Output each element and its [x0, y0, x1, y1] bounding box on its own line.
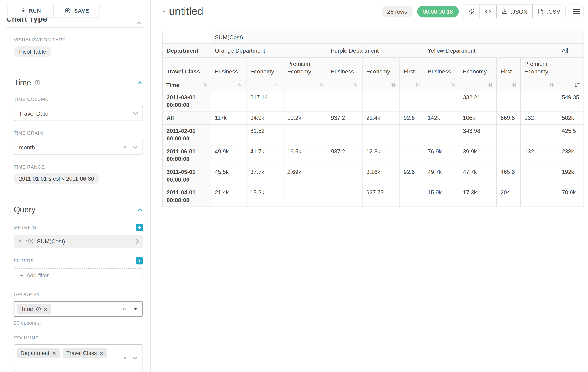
sort-icon[interactable]: [549, 83, 554, 87]
pivot-cell: 117k: [211, 112, 246, 125]
sort-icon[interactable]: [451, 83, 455, 87]
sort-icon[interactable]: [391, 83, 396, 87]
control-panel: RUN SAVE Chart Type VISUALIZATION TYPE P…: [0, 0, 151, 372]
pivot-cell: 937.2: [327, 145, 362, 166]
pivot-cell: [327, 186, 362, 207]
sort-icon[interactable]: [354, 83, 359, 87]
clear-icon[interactable]: ×: [123, 306, 126, 312]
pivot-cell: 192k: [558, 166, 583, 186]
pivot-cell: [362, 125, 400, 145]
clear-icon[interactable]: ×: [123, 144, 127, 150]
pivot-cell: [400, 91, 424, 112]
selected-option-pill[interactable]: Travel Class×: [63, 348, 107, 358]
columns-pills: Department×Travel Class×: [17, 348, 107, 358]
chevron-right-icon: [136, 239, 139, 244]
sort-icon[interactable]: [202, 83, 207, 87]
pivot-cell: 927.77: [362, 186, 400, 207]
sort-icon[interactable]: [275, 83, 280, 87]
save-button-label: SAVE: [74, 8, 89, 14]
add-filter-button[interactable]: + Add filter: [14, 268, 143, 283]
pivot-col-group-header: All: [558, 43, 583, 58]
pivot-cell: 502k: [558, 112, 583, 125]
collapse-chevron-icon[interactable]: [137, 80, 143, 85]
remove-icon[interactable]: ×: [52, 350, 55, 356]
query-section-header[interactable]: Query: [14, 205, 143, 214]
table-row: 2011-06-01 00:00:0049.9k41.7k16.5k937.21…: [163, 145, 583, 166]
run-button[interactable]: RUN: [8, 4, 54, 17]
pivot-col-header: Premium Economy: [283, 58, 327, 79]
pivot-cell: 238k: [558, 145, 583, 166]
sort-icon[interactable]: [488, 83, 493, 87]
chart-menu-button[interactable]: [570, 5, 583, 18]
chart-type-section-header[interactable]: Chart Type: [0, 18, 150, 24]
share-link-button[interactable]: [463, 5, 480, 18]
sort-icon[interactable]: [238, 83, 243, 87]
time-grain-select[interactable]: month ×: [14, 140, 143, 155]
pivot-sort-header: [459, 79, 496, 91]
chevron-up-icon[interactable]: [136, 20, 142, 24]
sort-desc-icon[interactable]: [574, 82, 580, 88]
sort-icon[interactable]: [318, 83, 323, 87]
pivot-sort-header: [424, 79, 459, 91]
pivot-cell: 132: [520, 112, 558, 125]
view-query-button[interactable]: [480, 5, 497, 18]
sort-icon[interactable]: [512, 83, 517, 87]
time-column-select[interactable]: Travel Date: [14, 106, 143, 121]
pivot-row-label: 2011-02-01 00:00:00: [163, 125, 211, 145]
pivot-sort-header: [497, 79, 521, 91]
pivot-col-header: Economy: [362, 58, 400, 79]
selected-option-pill[interactable]: Time×: [17, 304, 51, 314]
pivot-cell: [400, 145, 424, 166]
export-json-button[interactable]: .JSON: [496, 5, 533, 18]
group-by-label: GROUP BY: [14, 292, 143, 297]
time-range-pill[interactable]: 2011-01-01 ≤ col < 2011-06-30: [14, 173, 99, 184]
pivot-cell: 465.6: [497, 166, 521, 186]
group-by-select[interactable]: Time× ×: [14, 301, 143, 317]
pivot-cell: 49.7k: [424, 166, 459, 186]
pivot-cell: 45.5k: [211, 166, 246, 186]
column-info-icon: [36, 307, 41, 311]
collapse-chevron-icon[interactable]: [137, 207, 143, 213]
group-by-options-hint: 20 option(s): [14, 320, 143, 326]
selected-option-pill[interactable]: Department×: [17, 348, 60, 358]
query-timer-badge: 00:00:00.18: [417, 6, 459, 17]
export-csv-button[interactable]: .CSV: [533, 5, 566, 18]
pivot-row-label: 2011-03-01 00:00:00: [163, 91, 211, 112]
pivot-cell: [400, 186, 424, 207]
remove-icon[interactable]: ×: [100, 350, 103, 356]
chart-area: - untitled 26 rows 00:00:00.18 .JSON: [151, 0, 588, 372]
time-section-header[interactable]: Time: [14, 78, 143, 87]
pivot-cell: 142k: [424, 112, 459, 125]
metric-pill[interactable]: × ƒ(x) SUM(Cost): [14, 235, 143, 248]
viz-type-pill[interactable]: Pivot Table: [14, 46, 51, 57]
pivot-row-label: 2011-06-01 00:00:00: [163, 145, 211, 166]
chart-title[interactable]: - untitled: [162, 5, 203, 17]
save-button[interactable]: SAVE: [54, 4, 100, 17]
columns-select[interactable]: Department×Travel Class× ×: [14, 344, 143, 371]
pivot-cell: 16.5k: [283, 145, 327, 166]
table-row: 2011-04-01 00:00:0021.4k15.2k927.7715.9k…: [163, 186, 583, 207]
export-button-group: .JSON .CSV: [463, 5, 566, 18]
pivot-cell: [424, 91, 459, 112]
sort-icon[interactable]: [415, 83, 420, 87]
pivot-department-label: Department: [163, 43, 211, 58]
add-filter-plus-button[interactable]: +: [136, 257, 143, 264]
pivot-cell: 39.9k: [459, 145, 496, 166]
hamburger-menu-icon: [573, 9, 580, 14]
info-icon: [35, 80, 41, 85]
pivot-cell: [327, 91, 362, 112]
pivot-col-group-header: Orange Department: [211, 43, 327, 58]
pivot-cell: [497, 125, 521, 145]
pivot-metric-header: SUM(Cost): [211, 31, 583, 43]
pivot-col-group-header: Yellow Department: [424, 43, 558, 58]
metric-label: SUM(Cost): [37, 238, 65, 244]
pivot-col-header: First: [400, 58, 424, 79]
pivot-cell: 549.35: [558, 91, 583, 112]
clear-icon[interactable]: ×: [123, 355, 127, 361]
add-metric-button[interactable]: +: [136, 224, 143, 231]
pivot-cell: 94.9k: [246, 112, 283, 125]
remove-icon[interactable]: ×: [44, 306, 47, 312]
remove-metric-icon[interactable]: ×: [18, 238, 21, 244]
pivot-cell: [497, 91, 521, 112]
pivot-cell: [424, 125, 459, 145]
